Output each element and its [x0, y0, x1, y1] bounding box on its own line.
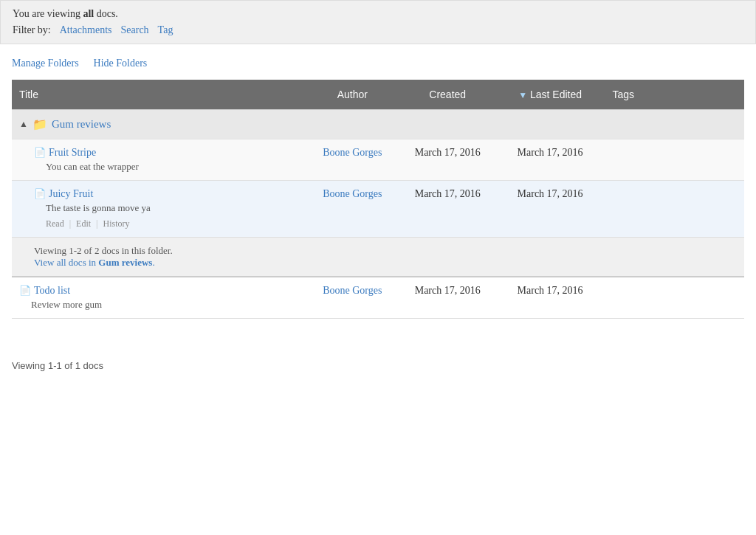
doc-created-cell: March 17, 2016 [400, 139, 495, 181]
folder-name-link[interactable]: Gum reviews [52, 118, 111, 131]
folder-icon: 📁 [32, 117, 47, 131]
doc-icon: 📄 [34, 147, 46, 158]
view-all-link[interactable]: View all docs in Gum reviews. [34, 257, 155, 268]
manage-folders-link[interactable]: Manage Folders [12, 58, 79, 69]
sort-indicator: ▼ [518, 90, 527, 100]
view-text-prefix: You are viewing [13, 8, 83, 19]
filter-row: Filter by: Attachments Search Tag [13, 24, 743, 36]
doc-read-link[interactable]: Read [46, 218, 64, 229]
main-table: Title Author Created ▼Last Edited Tags ▲… [12, 80, 744, 348]
doc-last-edited-cell: March 17, 2016 [495, 181, 605, 238]
doc-last-edited-cell: March 17, 2016 [495, 277, 605, 319]
doc-author-link[interactable]: Boone Gorges [323, 188, 382, 199]
filter-attachments[interactable]: Attachments [60, 24, 112, 36]
table-row: 📄Juicy Fruit The taste is gonna move ya … [12, 181, 744, 238]
doc-author-cell: Boone Gorges [305, 139, 400, 181]
view-text: You are viewing all docs. [13, 8, 743, 20]
doc-tags-cell [605, 139, 745, 181]
folder-summary-row: Viewing 1-2 of 2 docs in this folder. Vi… [12, 238, 744, 277]
doc-icon: 📄 [19, 285, 31, 296]
doc-title-wrapper: 📄Fruit Stripe [34, 147, 298, 159]
doc-author-cell: Boone Gorges [305, 181, 400, 238]
folder-summary-cell: Viewing 1-2 of 2 docs in this folder. Vi… [12, 238, 744, 277]
doc-last-edited-cell: March 17, 2016 [495, 139, 605, 181]
doc-title-wrapper: 📄Todo list [19, 285, 298, 297]
bottom-count: Viewing 1-1 of 1 docs [0, 348, 756, 383]
hide-folders-link[interactable]: Hide Folders [94, 58, 148, 69]
filter-search[interactable]: Search [121, 24, 149, 36]
doc-title-link[interactable]: Todo list [34, 285, 70, 296]
doc-author-cell: Boone Gorges [305, 277, 400, 319]
col-header-tags: Tags [605, 80, 745, 110]
filter-tag[interactable]: Tag [158, 24, 173, 36]
doc-snippet: The taste is gonna move ya [34, 202, 298, 214]
folder-row: ▲ 📁 Gum reviews [12, 110, 744, 139]
col-header-last-edited[interactable]: ▼Last Edited [495, 80, 605, 110]
spacer-row [12, 319, 744, 348]
col-header-title: Title [12, 80, 305, 110]
doc-author-link[interactable]: Boone Gorges [323, 147, 382, 158]
action-separator: | [69, 218, 71, 229]
filter-label: Filter by: [13, 24, 51, 36]
doc-title-cell: 📄Todo list Review more gum [12, 277, 305, 319]
chevron-up-icon[interactable]: ▲ [19, 119, 28, 130]
doc-author-link[interactable]: Boone Gorges [323, 285, 382, 296]
doc-title-link[interactable]: Fruit Stripe [49, 147, 96, 158]
folder-header: ▲ 📁 Gum reviews [19, 117, 737, 131]
table-header-row: Title Author Created ▼Last Edited Tags [12, 80, 744, 110]
doc-tags-cell [605, 181, 745, 238]
col-header-author: Author [305, 80, 400, 110]
doc-title-cell: 📄Fruit Stripe You can eat the wrapper [12, 139, 305, 181]
doc-edit-link[interactable]: Edit [76, 218, 91, 229]
doc-snippet: You can eat the wrapper [34, 161, 298, 173]
doc-history-link[interactable]: History [103, 218, 129, 229]
doc-created-cell: March 17, 2016 [400, 181, 495, 238]
doc-title-cell: 📄Juicy Fruit The taste is gonna move ya … [12, 181, 305, 238]
view-all-folder-name: Gum reviews [98, 257, 152, 268]
view-text-suffix: docs. [94, 8, 118, 19]
table-row: 📄Fruit Stripe You can eat the wrapper Bo… [12, 139, 744, 181]
doc-snippet: Review more gum [19, 299, 298, 311]
top-bar: You are viewing all docs. Filter by: Att… [0, 0, 756, 44]
summary-text: Viewing 1-2 of 2 docs in this folder. [34, 245, 737, 257]
folder-actions: Manage Folders Hide Folders [0, 52, 756, 80]
doc-tags-cell [605, 277, 745, 319]
folder-cell: ▲ 📁 Gum reviews [12, 110, 744, 139]
table-row: 📄Todo list Review more gum Boone Gorges … [12, 277, 744, 319]
doc-icon: 📄 [34, 188, 46, 199]
doc-title-link[interactable]: Juicy Fruit [49, 188, 93, 199]
col-header-created: Created [400, 80, 495, 110]
view-all-wrapper: View all docs in Gum reviews. [34, 257, 737, 269]
action-separator: | [96, 218, 97, 229]
doc-title-wrapper: 📄Juicy Fruit [34, 188, 298, 200]
view-text-bold: all [83, 8, 94, 19]
doc-actions: Read | Edit | History [34, 218, 298, 229]
doc-created-cell: March 17, 2016 [400, 277, 495, 319]
